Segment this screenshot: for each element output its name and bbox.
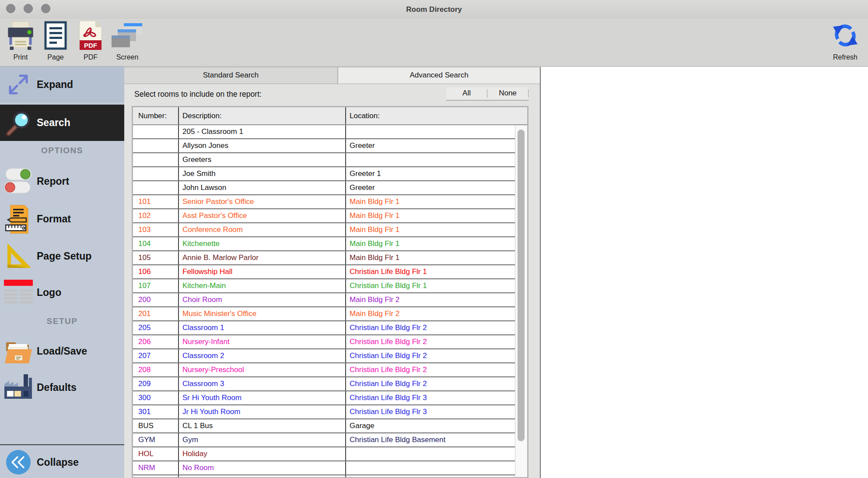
table-row[interactable]: BUSCL 1 BusGarage: [133, 419, 515, 433]
sidebar-section-setup: SETUP: [0, 316, 124, 326]
row-number: 103: [133, 223, 179, 236]
table-row[interactable]: John LawsonGreeter: [133, 181, 515, 195]
table-scrollbar-thumb[interactable]: [518, 130, 525, 441]
table-row[interactable]: 104KitchenetteMain Bldg Flr 1: [133, 237, 515, 251]
row-description: Holiday: [179, 447, 346, 460]
sidebar-item-report[interactable]: Report: [0, 162, 124, 200]
minimize-button[interactable]: [24, 4, 33, 13]
table-row[interactable]: 200Choir RoomMain Bldg Flr 2: [133, 293, 515, 307]
sidebar-label-logo: Logo: [37, 287, 61, 299]
zoom-button[interactable]: [41, 4, 50, 13]
factory-chart-icon: [0, 373, 37, 401]
column-header-number: Number:: [133, 107, 179, 124]
table-row[interactable]: 209Classroom 3Christian Life Bldg Flr 2: [133, 377, 515, 391]
segment-separator: [528, 89, 528, 98]
format-document-icon: [0, 205, 37, 234]
row-number: [133, 125, 179, 138]
table-row[interactable]: GYMGymChristian Life Bldg Basement: [133, 433, 515, 447]
table-row[interactable]: 107Kitchen-MainChristian Life Bldg Flr 1: [133, 279, 515, 293]
table-row[interactable]: 206Nursery-InfantChristian Life Bldg Flr…: [133, 335, 515, 349]
screen-label: Screen: [116, 53, 139, 61]
row-description: Asst Pastor's Office: [179, 209, 346, 222]
all-button[interactable]: All: [446, 87, 487, 100]
table-row[interactable]: Joe SmithGreeter 1: [133, 167, 515, 181]
row-number: GYM: [133, 433, 179, 446]
triangle-ruler-icon: [0, 243, 37, 270]
row-description: Nursery-Infant: [179, 335, 346, 348]
table-row[interactable]: 103Conference RoomMain Bldg Flr 1: [133, 223, 515, 237]
table-row[interactable]: 102Asst Pastor's OfficeMain Bldg Flr 1: [133, 209, 515, 223]
table-row[interactable]: 205Classroom 1Christian Life Bldg Flr 2: [133, 321, 515, 335]
print-button[interactable]: Print: [4, 20, 38, 65]
sidebar-item-expand[interactable]: Expand: [0, 67, 124, 102]
pdf-file-icon: PDF: [79, 20, 102, 51]
tab-standard-search[interactable]: Standard Search: [124, 67, 338, 84]
row-description: [179, 475, 346, 477]
close-button[interactable]: [6, 4, 15, 13]
row-number: 200: [133, 293, 179, 306]
row-number: 209: [133, 377, 179, 390]
refresh-button[interactable]: Refresh: [824, 20, 866, 65]
row-description: CL 1 Bus: [179, 419, 346, 432]
sidebar-item-collapse[interactable]: Collapse: [0, 446, 124, 478]
table-row[interactable]: 101Senior Pastor's OfficeMain Bldg Flr 1: [133, 195, 515, 209]
row-location: Main Bldg Flr 2: [346, 307, 515, 320]
svg-text:PDF: PDF: [84, 42, 97, 49]
none-button[interactable]: None: [487, 87, 528, 100]
table-row[interactable]: 205 - Classroom 1: [133, 125, 515, 139]
row-description: Gym: [179, 433, 346, 446]
row-number: 106: [133, 265, 179, 278]
row-description: Jr Hi Youth Room: [179, 405, 346, 418]
row-description: Choir Room: [179, 293, 346, 306]
sidebar-item-page-setup[interactable]: Page Setup: [0, 239, 124, 274]
row-description: Music Minister's Office: [179, 307, 346, 320]
table-row[interactable]: [133, 475, 515, 477]
row-description: Allyson Jones: [179, 139, 346, 152]
main-content: Select rooms to include on the report: A…: [124, 84, 540, 478]
row-location: Christian Life Bldg Flr 2: [346, 363, 515, 376]
row-number: 207: [133, 349, 179, 362]
tab-advanced-search[interactable]: Advanced Search: [338, 67, 540, 84]
sidebar-section-options: OPTIONS: [0, 146, 124, 155]
sidebar-divider: [0, 444, 124, 445]
row-location: Christian Life Bldg Flr 3: [346, 405, 515, 418]
refresh-label: Refresh: [833, 53, 858, 61]
row-description: Nursery-Preschool: [179, 363, 346, 376]
sidebar-item-logo[interactable]: Logo: [0, 276, 124, 309]
table-scrollbar-track[interactable]: [515, 125, 527, 477]
screen-button[interactable]: Screen: [108, 20, 146, 65]
row-location: Christian Life Bldg Flr 2: [346, 321, 515, 334]
table-row[interactable]: 301Jr Hi Youth RoomChristian Life Bldg F…: [133, 405, 515, 419]
row-location: Greeter: [346, 181, 515, 194]
table-row[interactable]: 208Nursery-PreschoolChristian Life Bldg …: [133, 363, 515, 377]
sidebar-item-format[interactable]: Format: [0, 200, 124, 238]
table-row[interactable]: NRMNo Room: [133, 461, 515, 475]
page-button[interactable]: Page: [38, 20, 73, 65]
row-number: 201: [133, 307, 179, 320]
row-location: [346, 461, 515, 474]
sidebar-label-report: Report: [37, 176, 69, 187]
table-row[interactable]: 207Classroom 2Christian Life Bldg Flr 2: [133, 349, 515, 363]
table-row[interactable]: 105Annie B. Marlow ParlorMain Bldg Flr 1: [133, 251, 515, 265]
row-location: Christian Life Bldg Flr 2: [346, 349, 515, 362]
table-row[interactable]: 106Fellowship HallChristian Life Bldg Fl…: [133, 265, 515, 279]
rooms-table: Number: Description: Location: 205 - Cla…: [132, 106, 528, 478]
table-row[interactable]: Allyson JonesGreeter: [133, 139, 515, 153]
table-row[interactable]: HOLHoliday: [133, 447, 515, 461]
logo-lines-icon: [0, 280, 37, 305]
printer-icon: [6, 20, 35, 51]
table-row[interactable]: 201Music Minister's OfficeMain Bldg Flr …: [133, 307, 515, 321]
row-location: Main Bldg Flr 1: [346, 195, 515, 208]
table-row[interactable]: 300Sr Hi Youth RoomChristian Life Bldg F…: [133, 391, 515, 405]
sidebar-label-load-save: Load/Save: [37, 345, 87, 357]
row-number: 104: [133, 237, 179, 250]
row-location: Greeter 1: [346, 167, 515, 180]
pdf-button[interactable]: PDF PDF: [74, 20, 108, 65]
refresh-icon: [831, 20, 859, 51]
table-row[interactable]: Greeters: [133, 153, 515, 167]
pdf-label: PDF: [84, 53, 98, 61]
sidebar-item-search[interactable]: Search: [0, 105, 124, 141]
sidebar-item-load-save[interactable]: Load/Save: [0, 334, 124, 369]
sidebar-item-defaults[interactable]: Defaults: [0, 370, 124, 405]
row-number: [133, 139, 179, 152]
